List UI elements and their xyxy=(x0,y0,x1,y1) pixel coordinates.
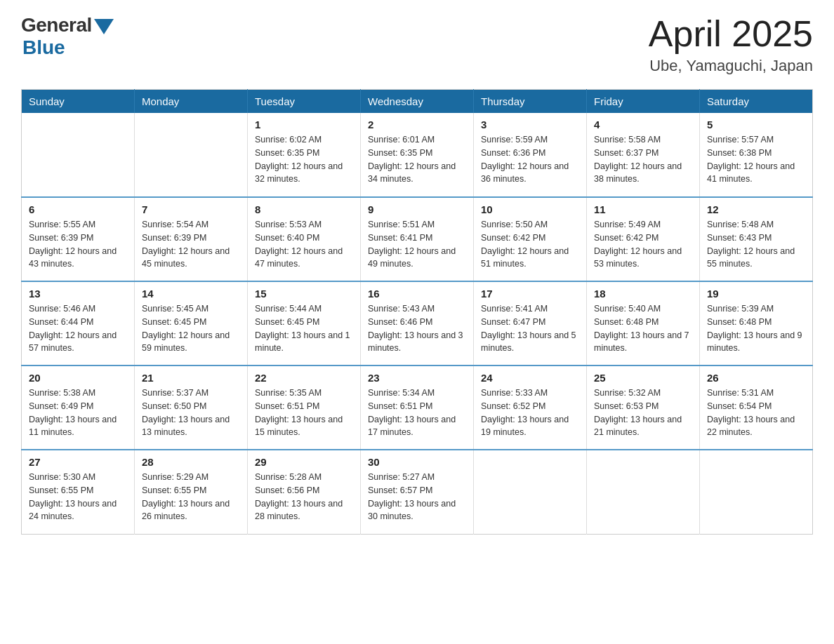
day-number: 19 xyxy=(707,288,805,300)
day-number: 15 xyxy=(255,288,353,300)
calendar-cell: 21Sunrise: 5:37 AMSunset: 6:50 PMDayligh… xyxy=(135,365,248,450)
calendar-cell: 12Sunrise: 5:48 AMSunset: 6:43 PMDayligh… xyxy=(700,197,813,281)
day-info: Sunrise: 6:01 AMSunset: 6:35 PMDaylight:… xyxy=(368,133,466,186)
calendar-week-row: 6Sunrise: 5:55 AMSunset: 6:39 PMDaylight… xyxy=(22,197,813,281)
day-info: Sunrise: 5:32 AMSunset: 6:53 PMDaylight:… xyxy=(594,387,692,439)
weekday-header-saturday: Saturday xyxy=(700,90,813,114)
day-info: Sunrise: 5:38 AMSunset: 6:49 PMDaylight:… xyxy=(29,387,127,439)
day-info: Sunrise: 5:31 AMSunset: 6:54 PMDaylight:… xyxy=(707,387,805,439)
day-info: Sunrise: 5:46 AMSunset: 6:44 PMDaylight:… xyxy=(29,302,127,355)
calendar-cell: 28Sunrise: 5:29 AMSunset: 6:55 PMDayligh… xyxy=(135,450,248,534)
day-info: Sunrise: 5:33 AMSunset: 6:52 PMDaylight:… xyxy=(481,387,579,439)
logo-triangle-icon xyxy=(94,19,114,34)
day-number: 29 xyxy=(255,456,353,468)
calendar-cell xyxy=(135,113,248,197)
calendar-cell: 18Sunrise: 5:40 AMSunset: 6:48 PMDayligh… xyxy=(587,281,700,365)
calendar-cell: 16Sunrise: 5:43 AMSunset: 6:46 PMDayligh… xyxy=(361,281,474,365)
day-number: 18 xyxy=(594,288,692,300)
calendar-cell: 27Sunrise: 5:30 AMSunset: 6:55 PMDayligh… xyxy=(22,450,135,534)
calendar-header-row: SundayMondayTuesdayWednesdayThursdayFrid… xyxy=(22,90,813,114)
day-number: 26 xyxy=(707,372,805,384)
calendar-cell: 17Sunrise: 5:41 AMSunset: 6:47 PMDayligh… xyxy=(474,281,587,365)
weekday-header-wednesday: Wednesday xyxy=(361,90,474,114)
calendar-cell: 11Sunrise: 5:49 AMSunset: 6:42 PMDayligh… xyxy=(587,197,700,281)
day-info: Sunrise: 5:39 AMSunset: 6:48 PMDaylight:… xyxy=(707,302,805,355)
day-number: 8 xyxy=(255,203,353,215)
day-number: 28 xyxy=(142,456,240,468)
calendar-cell: 3Sunrise: 5:59 AMSunset: 6:36 PMDaylight… xyxy=(474,113,587,197)
logo: General Blue xyxy=(21,14,114,59)
calendar-cell: 30Sunrise: 5:27 AMSunset: 6:57 PMDayligh… xyxy=(361,450,474,534)
day-info: Sunrise: 5:53 AMSunset: 6:40 PMDaylight:… xyxy=(255,218,353,271)
day-info: Sunrise: 5:29 AMSunset: 6:55 PMDaylight:… xyxy=(142,471,240,523)
calendar-cell: 14Sunrise: 5:45 AMSunset: 6:45 PMDayligh… xyxy=(135,281,248,365)
day-number: 24 xyxy=(481,372,579,384)
day-info: Sunrise: 5:40 AMSunset: 6:48 PMDaylight:… xyxy=(594,302,692,355)
calendar-cell: 23Sunrise: 5:34 AMSunset: 6:51 PMDayligh… xyxy=(361,365,474,450)
calendar-cell xyxy=(22,113,135,197)
day-info: Sunrise: 5:27 AMSunset: 6:57 PMDaylight:… xyxy=(368,471,466,523)
calendar-cell xyxy=(587,450,700,534)
day-info: Sunrise: 5:44 AMSunset: 6:45 PMDaylight:… xyxy=(255,302,353,355)
day-info: Sunrise: 5:30 AMSunset: 6:55 PMDaylight:… xyxy=(29,471,127,523)
logo-general-text: General xyxy=(21,14,92,36)
calendar-cell: 8Sunrise: 5:53 AMSunset: 6:40 PMDaylight… xyxy=(248,197,361,281)
day-number: 11 xyxy=(594,203,692,215)
day-info: Sunrise: 5:37 AMSunset: 6:50 PMDaylight:… xyxy=(142,387,240,439)
day-number: 27 xyxy=(29,456,127,468)
calendar-week-row: 27Sunrise: 5:30 AMSunset: 6:55 PMDayligh… xyxy=(22,450,813,534)
location-title: Ube, Yamaguchi, Japan xyxy=(649,57,813,75)
title-section: April 2025 Ube, Yamaguchi, Japan xyxy=(649,14,813,75)
day-info: Sunrise: 5:58 AMSunset: 6:37 PMDaylight:… xyxy=(594,133,692,186)
day-number: 21 xyxy=(142,372,240,384)
day-info: Sunrise: 5:34 AMSunset: 6:51 PMDaylight:… xyxy=(368,387,466,439)
day-number: 20 xyxy=(29,372,127,384)
calendar-cell xyxy=(474,450,587,534)
weekday-header-monday: Monday xyxy=(135,90,248,114)
calendar-cell: 9Sunrise: 5:51 AMSunset: 6:41 PMDaylight… xyxy=(361,197,474,281)
calendar-cell: 1Sunrise: 6:02 AMSunset: 6:35 PMDaylight… xyxy=(248,113,361,197)
calendar-table: SundayMondayTuesdayWednesdayThursdayFrid… xyxy=(21,89,813,535)
calendar-cell xyxy=(700,450,813,534)
calendar-cell: 15Sunrise: 5:44 AMSunset: 6:45 PMDayligh… xyxy=(248,281,361,365)
day-number: 5 xyxy=(707,119,805,130)
day-info: Sunrise: 5:59 AMSunset: 6:36 PMDaylight:… xyxy=(481,133,579,186)
day-number: 22 xyxy=(255,372,353,384)
weekday-header-sunday: Sunday xyxy=(22,90,135,114)
day-number: 1 xyxy=(255,119,353,130)
day-number: 4 xyxy=(594,119,692,130)
calendar-week-row: 13Sunrise: 5:46 AMSunset: 6:44 PMDayligh… xyxy=(22,281,813,365)
calendar-week-row: 1Sunrise: 6:02 AMSunset: 6:35 PMDaylight… xyxy=(22,113,813,197)
day-info: Sunrise: 5:41 AMSunset: 6:47 PMDaylight:… xyxy=(481,302,579,355)
calendar-week-row: 20Sunrise: 5:38 AMSunset: 6:49 PMDayligh… xyxy=(22,365,813,450)
calendar-cell: 26Sunrise: 5:31 AMSunset: 6:54 PMDayligh… xyxy=(700,365,813,450)
weekday-header-friday: Friday xyxy=(587,90,700,114)
calendar-cell: 4Sunrise: 5:58 AMSunset: 6:37 PMDaylight… xyxy=(587,113,700,197)
calendar-cell: 2Sunrise: 6:01 AMSunset: 6:35 PMDaylight… xyxy=(361,113,474,197)
day-info: Sunrise: 5:48 AMSunset: 6:43 PMDaylight:… xyxy=(707,218,805,271)
day-number: 7 xyxy=(142,203,240,215)
calendar-cell: 5Sunrise: 5:57 AMSunset: 6:38 PMDaylight… xyxy=(700,113,813,197)
day-info: Sunrise: 5:57 AMSunset: 6:38 PMDaylight:… xyxy=(707,133,805,186)
weekday-header-tuesday: Tuesday xyxy=(248,90,361,114)
day-info: Sunrise: 5:51 AMSunset: 6:41 PMDaylight:… xyxy=(368,218,466,271)
day-number: 25 xyxy=(594,372,692,384)
day-info: Sunrise: 5:43 AMSunset: 6:46 PMDaylight:… xyxy=(368,302,466,355)
day-info: Sunrise: 5:55 AMSunset: 6:39 PMDaylight:… xyxy=(29,218,127,271)
day-info: Sunrise: 5:49 AMSunset: 6:42 PMDaylight:… xyxy=(594,218,692,271)
day-info: Sunrise: 5:35 AMSunset: 6:51 PMDaylight:… xyxy=(255,387,353,439)
calendar-cell: 29Sunrise: 5:28 AMSunset: 6:56 PMDayligh… xyxy=(248,450,361,534)
calendar-cell: 25Sunrise: 5:32 AMSunset: 6:53 PMDayligh… xyxy=(587,365,700,450)
calendar-cell: 24Sunrise: 5:33 AMSunset: 6:52 PMDayligh… xyxy=(474,365,587,450)
day-number: 2 xyxy=(368,119,466,130)
day-number: 30 xyxy=(368,456,466,468)
day-info: Sunrise: 5:50 AMSunset: 6:42 PMDaylight:… xyxy=(481,218,579,271)
day-info: Sunrise: 5:45 AMSunset: 6:45 PMDaylight:… xyxy=(142,302,240,355)
day-info: Sunrise: 5:28 AMSunset: 6:56 PMDaylight:… xyxy=(255,471,353,523)
weekday-header-thursday: Thursday xyxy=(474,90,587,114)
day-number: 17 xyxy=(481,288,579,300)
page-header: General Blue April 2025 Ube, Yamaguchi, … xyxy=(21,14,813,75)
calendar-cell: 19Sunrise: 5:39 AMSunset: 6:48 PMDayligh… xyxy=(700,281,813,365)
day-number: 23 xyxy=(368,372,466,384)
calendar-cell: 6Sunrise: 5:55 AMSunset: 6:39 PMDaylight… xyxy=(22,197,135,281)
